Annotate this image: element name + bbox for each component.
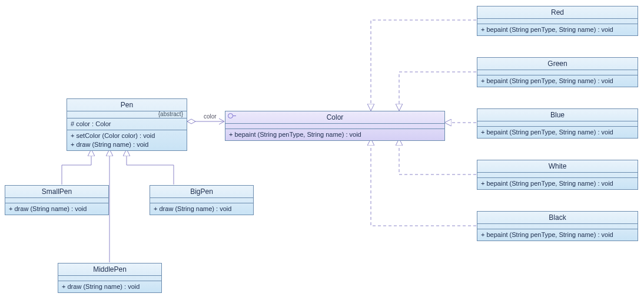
- class-blue: Blue + bepaint (String penType, String n…: [477, 108, 638, 139]
- operation: + bepaint (String penType, String name) …: [481, 128, 634, 137]
- class-title: Pen: [67, 99, 187, 111]
- class-red: Red + bepaint (String penType, String na…: [477, 6, 638, 36]
- diagram-canvas: color Pen {abstract} # color : Color + s…: [0, 0, 644, 303]
- class-title: SmallPen: [5, 186, 108, 198]
- operation: + setColor (Color color) : void: [71, 131, 183, 140]
- class-title: Color: [225, 111, 444, 124]
- interface-color: Color + bepaint (String penType, String …: [225, 111, 445, 141]
- operation: + draw (String name) : void: [62, 282, 158, 291]
- class-smallpen: SmallPen + draw (String name) : void: [5, 185, 109, 215]
- operation: + draw (String name) : void: [9, 205, 105, 213]
- class-middlepen: MiddlePen + draw (String name) : void: [58, 263, 162, 293]
- attribute: # color : Color: [71, 120, 183, 129]
- class-stereotype: {abstract}: [67, 111, 187, 118]
- class-black: Black + bepaint (String penType, String …: [477, 211, 638, 241]
- connectors-layer: [0, 0, 644, 303]
- class-title: Black: [477, 212, 638, 224]
- class-title-text: Color: [327, 113, 344, 121]
- class-title: Blue: [477, 109, 638, 121]
- operation: + bepaint (String penType, String name) …: [229, 130, 441, 139]
- association-role-label: color: [204, 113, 217, 120]
- class-title: Red: [477, 6, 638, 19]
- class-title: Green: [477, 58, 638, 70]
- class-white: White + bepaint (String penType, String …: [477, 160, 638, 190]
- operation: + bepaint (String penType, String name) …: [481, 230, 634, 239]
- operation: + bepaint (String penType, String name) …: [481, 25, 634, 34]
- operation: + bepaint (String penType, String name) …: [481, 179, 634, 188]
- operation: + bepaint (String penType, String name) …: [481, 77, 634, 85]
- class-pen: Pen {abstract} # color : Color + setColo…: [67, 98, 187, 151]
- class-green: Green + bepaint (String penType, String …: [477, 57, 638, 87]
- class-title: White: [477, 160, 638, 173]
- operation: + draw (String name) : void: [71, 140, 183, 149]
- operation: + draw (String name) : void: [154, 205, 250, 213]
- class-bigpen: BigPen + draw (String name) : void: [150, 185, 254, 215]
- class-title: BigPen: [150, 186, 253, 198]
- interface-icon: [228, 114, 234, 117]
- class-title: MiddlePen: [58, 264, 161, 276]
